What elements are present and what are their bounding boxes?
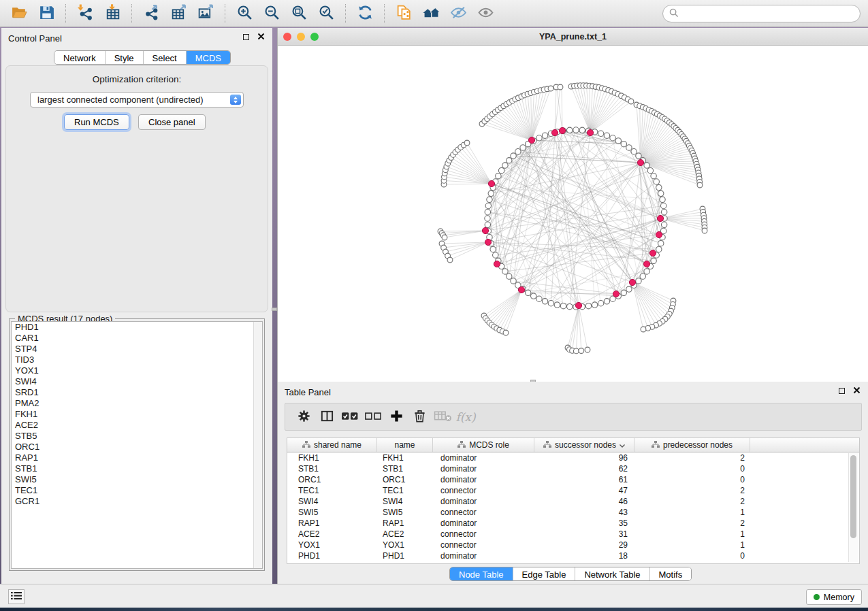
mcds-result-item[interactable]: STB1	[12, 463, 262, 474]
zoom-selected-button[interactable]	[315, 3, 337, 24]
table-settings-button[interactable]	[292, 406, 315, 428]
mcds-result-item[interactable]: FKH1	[12, 409, 262, 420]
plus-icon	[389, 409, 404, 425]
floppy-disk-icon	[38, 4, 55, 23]
mcds-result-item[interactable]: ACE2	[12, 420, 262, 431]
zoom-fit-button[interactable]	[288, 3, 310, 24]
add-column-button[interactable]	[385, 406, 408, 428]
export-table-icon	[170, 4, 187, 23]
memory-button[interactable]: Memory	[806, 589, 862, 605]
mcds-result-item[interactable]: CAR1	[12, 333, 262, 344]
task-history-button[interactable]	[8, 589, 25, 604]
mcds-result-item[interactable]: STB5	[12, 431, 262, 442]
show-columns-button[interactable]	[315, 406, 338, 428]
table-row-RAP1[interactable]: RAP1RAP1dominator352	[287, 518, 859, 529]
column-header-MCDS-role[interactable]: MCDS role	[433, 438, 534, 452]
run-mcds-button[interactable]: Run MCDS	[64, 114, 129, 130]
table-row-ORC1[interactable]: ORC1ORC1dominator610	[287, 474, 859, 485]
mcds-list-scrollbar[interactable]	[253, 322, 262, 568]
mcds-result-item[interactable]: TID3	[12, 354, 262, 365]
export-table-button[interactable]	[167, 3, 189, 24]
import-network-button[interactable]	[74, 3, 96, 24]
tab-network-table[interactable]: Network Table	[575, 567, 649, 581]
toolbar-separator	[65, 4, 66, 23]
table-row-SWI4[interactable]: SWI4SWI4dominator462	[287, 496, 859, 507]
mcds-result-item[interactable]: PMA2	[12, 398, 262, 409]
search-input[interactable]	[683, 9, 860, 19]
eye-slash-icon	[450, 4, 467, 23]
first-neighbors-button[interactable]	[420, 3, 442, 24]
open-session-button[interactable]	[8, 3, 30, 24]
zoom-in-button[interactable]	[234, 3, 255, 24]
table-scrollbar[interactable]	[848, 453, 858, 562]
float-table-panel-button[interactable]	[837, 386, 846, 395]
unchecked-boxes-icon	[364, 410, 383, 424]
mcds-result-item[interactable]: SRD1	[12, 387, 262, 398]
refresh-button[interactable]	[354, 3, 376, 24]
table-row-PHD1[interactable]: PHD1PHD1dominator180	[287, 550, 859, 561]
optimization-criterion-label: Optimization criterion:	[1, 74, 272, 84]
show-all-button[interactable]	[475, 3, 496, 24]
open-folder-icon	[11, 4, 28, 23]
table-header-row: shared namenameMCDS rolesuccessor nodesp…	[287, 438, 859, 452]
table-row-SWI5[interactable]: SWI5SWI5connector431	[287, 507, 859, 518]
close-table-panel-button[interactable]	[852, 386, 861, 395]
save-session-button[interactable]	[35, 3, 57, 24]
zoom-out-button[interactable]	[261, 3, 283, 24]
mcds-result-item[interactable]: STP4	[12, 344, 262, 354]
tab-mcds[interactable]: MCDS	[186, 51, 230, 65]
tab-style[interactable]: Style	[105, 51, 143, 65]
import-table-button[interactable]	[101, 3, 123, 24]
table-toolbar: f(x)	[285, 403, 862, 431]
tab-edge-table[interactable]: Edge Table	[513, 567, 575, 581]
deselect-all-rows-button[interactable]	[361, 406, 385, 428]
tab-node-table[interactable]: Node Table	[450, 567, 513, 581]
mcds-result-item[interactable]: PHD1	[12, 322, 262, 333]
table-row-TEC1[interactable]: TEC1TEC1connector472	[287, 485, 859, 496]
column-header-shared-name[interactable]: shared name	[287, 438, 377, 452]
network-window-titlebar[interactable]: YPA_prune.txt_1	[278, 28, 868, 46]
mcds-result-item[interactable]: ORC1	[12, 442, 262, 452]
column-header-predecessor-nodes[interactable]: predecessor nodes	[634, 438, 750, 452]
duplicate-network-button[interactable]	[393, 3, 415, 24]
float-panel-button[interactable]	[241, 32, 251, 42]
hide-selected-button[interactable]	[447, 3, 469, 24]
table-row-FKH1[interactable]: FKH1FKH1dominator962	[287, 452, 859, 463]
mcds-result-list[interactable]: PHD1CAR1STP4TID3YOX1SWI4SRD1PMA2FKH1ACE2…	[11, 321, 263, 569]
tab-select[interactable]: Select	[143, 51, 186, 65]
close-panel-button[interactable]	[256, 32, 266, 42]
export-image-button[interactable]	[195, 3, 216, 24]
float-icon	[243, 34, 249, 40]
close-mcds-panel-button[interactable]: Close panel	[138, 114, 206, 130]
toolbar-separator	[225, 4, 225, 23]
table-scrollbar-thumb[interactable]	[850, 455, 856, 538]
refresh-icon	[357, 4, 374, 23]
mcds-result-item[interactable]: SWI4	[12, 376, 262, 387]
memory-label: Memory	[824, 593, 854, 602]
mcds-result-item[interactable]: RAP1	[12, 452, 262, 463]
vertical-splitter-handle[interactable]	[272, 308, 277, 311]
criterion-value: largest connected component (undirected)	[37, 95, 204, 105]
mcds-result-item[interactable]: SWI5	[12, 474, 262, 485]
column-header-name[interactable]: name	[377, 438, 433, 452]
tab-motifs[interactable]: Motifs	[649, 567, 692, 581]
mcds-result-item[interactable]: GCR1	[12, 496, 262, 507]
table-row-ACE2[interactable]: ACE2ACE2connector311	[287, 529, 859, 540]
mcds-result-item[interactable]: YOX1	[12, 365, 262, 376]
delete-table-button[interactable]	[431, 406, 454, 428]
control-panel-tabbar: NetworkStyleSelectMCDS	[54, 50, 231, 65]
network-window-title: YPA_prune.txt_1	[278, 32, 868, 42]
delete-columns-button[interactable]	[408, 406, 431, 428]
tab-network[interactable]: Network	[54, 51, 105, 65]
criterion-dropdown[interactable]: largest connected component (undirected)	[30, 92, 244, 108]
mcds-result-item[interactable]: TEC1	[12, 485, 262, 496]
node-table: shared namenameMCDS rolesuccessor nodesp…	[287, 437, 860, 564]
export-network-button[interactable]	[140, 3, 162, 24]
column-header-successor-nodes[interactable]: successor nodes	[534, 438, 634, 452]
function-builder-button[interactable]: f(x)	[454, 406, 477, 428]
chevron-down-icon	[620, 440, 625, 450]
table-row-STB1[interactable]: STB1STB1dominator620	[287, 463, 859, 474]
table-row-YOX1[interactable]: YOX1YOX1connector291	[287, 540, 859, 550]
select-all-rows-button[interactable]	[338, 406, 361, 428]
network-canvas[interactable]	[278, 46, 868, 382]
